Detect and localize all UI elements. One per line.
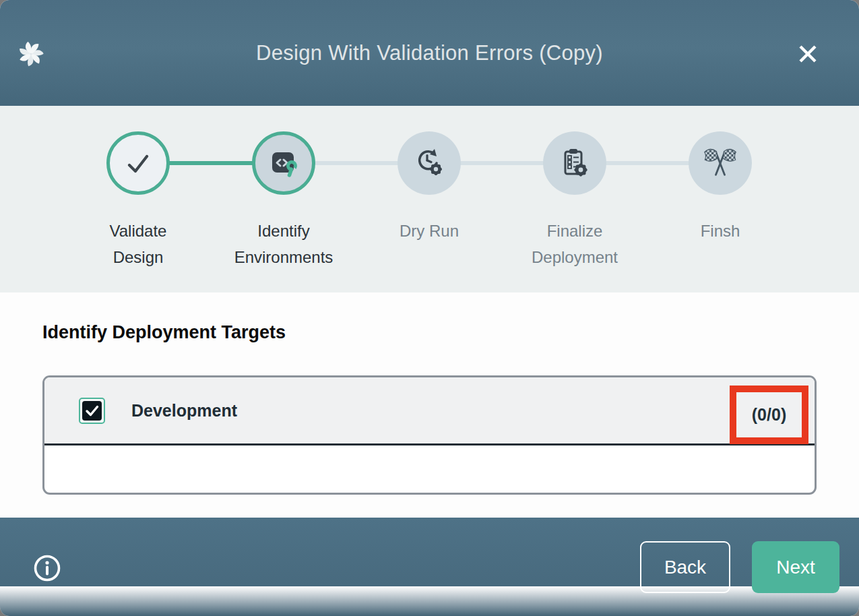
step-label-identify-environments: Identify Environments (233, 218, 334, 270)
step-finish (689, 131, 752, 195)
check-icon (82, 401, 102, 421)
step-label-validate-design: Validate Design (88, 218, 189, 270)
next-button[interactable]: Next (752, 541, 839, 593)
step-label-finish: Finsh (670, 218, 771, 244)
checkered-flags-icon (703, 146, 738, 181)
deployment-targets-box: Development (0/0) (42, 375, 817, 495)
deployment-wizard-dialog: Design With Validation Errors (Copy) Val… (0, 0, 859, 616)
checkmark-icon (122, 147, 154, 179)
target-name: Development (131, 401, 237, 421)
step-dry-run (397, 131, 461, 195)
section-heading: Identify Deployment Targets (42, 322, 286, 343)
wizard-stepper: Validate Design Identify Environments (0, 106, 859, 292)
step-validate-design (106, 131, 170, 195)
info-icon (45, 561, 49, 564)
target-row-development: Development (0/0) (44, 377, 815, 445)
clipboard-gear-icon (558, 146, 592, 180)
step-identify-environments (252, 131, 315, 195)
code-window-wrench-icon (267, 146, 300, 180)
checkbox-fill (82, 401, 102, 421)
development-checkbox[interactable] (79, 398, 105, 424)
target-count: (0/0) (752, 405, 786, 425)
step-finalize-deployment (543, 131, 606, 195)
close-icon (796, 42, 820, 66)
close-button[interactable] (795, 41, 821, 67)
step-label-finalize-deployment: Finalize Deployment (524, 218, 625, 270)
back-button[interactable]: Back (640, 541, 730, 593)
dialog-header: Design With Validation Errors (Copy) (0, 0, 859, 106)
dialog-title: Design With Validation Errors (Copy) (0, 41, 859, 65)
info-button[interactable] (32, 553, 62, 583)
stepper-connector-pending (284, 161, 720, 165)
step-label-dry-run: Dry Run (379, 218, 480, 244)
annotation-highlight-box: (0/0) (730, 386, 808, 444)
dialog-footer: Back Next (0, 518, 859, 616)
history-gear-icon (412, 146, 446, 180)
